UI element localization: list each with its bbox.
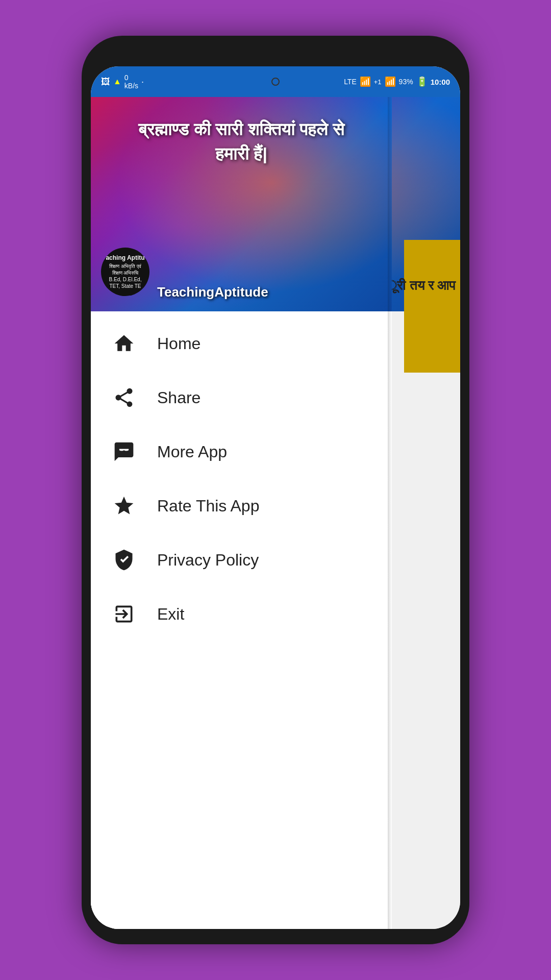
- phone-frame: 🖼 ▲ 0kB/s · LTE 📶 +1 📶 93% 🔋 10:00: [82, 36, 469, 944]
- battery-percent: 93%: [399, 78, 413, 86]
- more-app-icon: [111, 439, 137, 464]
- wifi-icon: 📶: [360, 76, 371, 87]
- menu-item-rate-this-app[interactable]: Rate This App: [91, 479, 392, 533]
- logo-line3: B.Ed, D.El.Ed,: [109, 276, 142, 283]
- menu-item-more-app[interactable]: More App: [91, 425, 392, 479]
- drawer-header: ब्रह्माण्ड की सारी शक्तियां पहले सेहमारी…: [91, 97, 392, 311]
- status-left-icons: 🖼 ▲ 0kB/s ·: [101, 74, 144, 90]
- side-yellow-box: [404, 240, 460, 373]
- menu-label-more-app: More App: [157, 443, 227, 461]
- svg-point-2: [127, 450, 130, 453]
- drawer-logo: aching Aptitu शिक्षण अभिवृति एवं शिक्षण …: [101, 248, 149, 296]
- signal-bars: 📶: [385, 76, 396, 87]
- status-bar: 🖼 ▲ 0kB/s · LTE 📶 +1 📶 93% 🔋 10:00: [91, 66, 460, 97]
- battery-icon: 🔋: [416, 76, 428, 87]
- kb-speed: 0kB/s: [124, 74, 138, 90]
- logo-title: aching Aptitu: [106, 254, 144, 262]
- share-icon: [111, 385, 137, 410]
- menu-label-privacy-policy: Privacy Policy: [157, 551, 259, 570]
- exit-icon: [111, 601, 137, 627]
- shield-icon: [111, 547, 137, 573]
- home-icon: [111, 331, 137, 356]
- nav-drawer: ब्रह्माण्ड की सारी शक्तियां पहले सेहमारी…: [91, 97, 392, 929]
- camera-notch: [271, 78, 280, 86]
- svg-point-1: [122, 450, 126, 453]
- menu-item-exit[interactable]: Exit: [91, 587, 392, 641]
- menu-label-home: Home: [157, 334, 201, 353]
- drawer-menu: Home Share: [91, 311, 392, 929]
- menu-label-share: Share: [157, 388, 201, 407]
- status-center: [271, 78, 280, 86]
- phone-screen: 🖼 ▲ 0kB/s · LTE 📶 +1 📶 93% 🔋 10:00: [91, 66, 460, 929]
- app-label: TeachingAptitude: [157, 284, 268, 300]
- status-right-icons: LTE 📶 +1 📶 93% 🔋 10:00: [344, 76, 450, 87]
- menu-label-exit: Exit: [157, 605, 184, 624]
- drawer-header-text1: ब्रह्माण्ड की सारी शक्तियां पहले सेहमारी…: [96, 117, 387, 166]
- menu-item-share[interactable]: Share: [91, 371, 392, 425]
- svg-point-0: [118, 450, 121, 453]
- alert-icon: ▲: [113, 77, 121, 86]
- menu-label-rate-this-app: Rate This App: [157, 497, 259, 516]
- drawer-header-text2: TeachingAptitude: [157, 283, 387, 301]
- logo-line4: TET, State TE: [109, 283, 141, 289]
- menu-item-home[interactable]: Home: [91, 316, 392, 371]
- star-icon: [111, 493, 137, 519]
- screen-content: नहीं ूरी तय र आप ब्रह्माण्ड की सारी शक्त…: [91, 97, 460, 929]
- sim-icon: +1: [374, 78, 382, 86]
- lte-icon: LTE: [344, 78, 357, 86]
- clock: 10:00: [431, 78, 450, 86]
- logo-line1: शिक्षण अभिवृति एवं: [109, 263, 141, 270]
- gallery-icon: 🖼: [101, 77, 110, 87]
- menu-item-privacy-policy[interactable]: Privacy Policy: [91, 533, 392, 587]
- dot-icon: ·: [141, 77, 144, 87]
- logo-line2: शिक्षण अभिरुचि: [112, 270, 139, 276]
- drawer-header-bg: ब्रह्माण्ड की सारी शक्तियां पहले सेहमारी…: [91, 97, 392, 311]
